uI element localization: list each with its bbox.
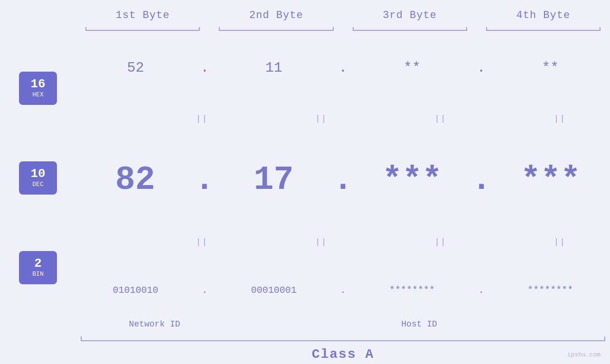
bracket-b1 (81, 25, 205, 34)
hex-b1: 52 (76, 60, 195, 76)
eq7: || (391, 237, 491, 247)
eq3: || (391, 114, 491, 123)
network-bracket (76, 332, 228, 341)
bin-b4: ******** (491, 285, 610, 296)
eq4: || (510, 114, 610, 123)
host-bracket (228, 332, 610, 341)
hex-dot3: . (472, 60, 491, 76)
eq1: || (152, 114, 252, 123)
network-id-label: Network ID (76, 319, 228, 329)
byte3-header: 3rd Byte (343, 9, 477, 21)
dec-dot3: . (471, 161, 491, 199)
bin-num: 2 (34, 257, 42, 270)
dec-dot2: . (333, 161, 353, 199)
class-label: Class A (312, 347, 375, 362)
dec-badge: 10 DEC (19, 161, 57, 195)
dec-b3: *** (353, 161, 472, 199)
watermark: ipshu.com (567, 351, 601, 358)
equals-dec-bin: || || || || (76, 237, 610, 247)
bracket-b3 (348, 25, 472, 34)
hex-b3: ** (353, 60, 472, 76)
eq5: || (152, 237, 252, 247)
main-container: 1st Byte 2nd Byte 3rd Byte 4th Byte 16 H… (0, 0, 610, 364)
equals-hex-dec: || || || || (76, 114, 610, 123)
bin-row: 01010010 . 00010001 . ******** . *******… (76, 285, 610, 296)
hex-badge: 16 HEX (19, 72, 57, 105)
eq8: || (510, 237, 610, 247)
hex-b4: ** (491, 60, 610, 76)
top-brackets (0, 25, 610, 34)
eq6: || (271, 237, 371, 247)
class-row: Class A (0, 347, 610, 362)
hex-label: HEX (32, 91, 43, 98)
bin-dot3: . (472, 285, 491, 296)
dec-dot1: . (195, 161, 215, 199)
dec-num: 10 (30, 168, 45, 180)
byte2-header: 2nd Byte (209, 9, 343, 21)
bin-b1: 01010010 (76, 285, 195, 296)
bottom-brackets (76, 332, 610, 341)
bin-label: BIN (32, 271, 43, 278)
dec-b2: 17 (215, 161, 333, 199)
bottom-section: Network ID Host ID (0, 319, 610, 341)
hex-dot1: . (195, 60, 214, 76)
id-labels: Network ID Host ID (76, 319, 610, 329)
bin-b3: ******** (353, 285, 472, 296)
bracket-b4 (481, 25, 605, 34)
base-labels: 16 HEX 10 DEC 2 BIN (0, 38, 76, 317)
bin-b2: 00010001 (214, 285, 333, 296)
byte4-header: 4th Byte (477, 9, 610, 21)
bin-badge: 2 BIN (19, 251, 57, 284)
dec-row: 82 . 17 . *** . *** (76, 161, 610, 199)
byte1-header: 1st Byte (76, 9, 209, 21)
host-id-label: Host ID (228, 319, 610, 329)
bracket-b2 (214, 25, 338, 34)
data-rows: 52 . 11 . ** . ** || || || || 82 (76, 38, 610, 317)
dec-b1: 82 (76, 161, 195, 199)
byte-headers: 1st Byte 2nd Byte 3rd Byte 4th Byte (0, 9, 610, 21)
eq2: || (271, 114, 371, 123)
hex-b2: 11 (214, 60, 333, 76)
hex-dot2: . (334, 60, 353, 76)
hex-num: 16 (30, 78, 45, 90)
bin-dot1: . (195, 285, 214, 296)
dec-label: DEC (32, 181, 43, 188)
dec-b4: *** (491, 161, 610, 199)
bin-dot2: . (334, 285, 353, 296)
main-content: 16 HEX 10 DEC 2 BIN 52 . 11 . ** . ** (0, 38, 610, 317)
hex-row: 52 . 11 . ** . ** (76, 60, 610, 76)
